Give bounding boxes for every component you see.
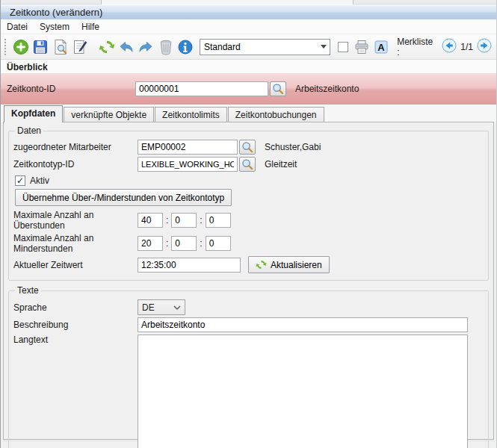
mitarbeiter-lookup-button[interactable]	[239, 140, 256, 155]
profile-combo	[200, 39, 330, 55]
sprache-select[interactable]: DE	[138, 299, 185, 315]
ueberstunden-seconds-input[interactable]	[206, 213, 231, 228]
aktualisieren-button-label: Aktualisieren	[271, 260, 322, 270]
zeitkonto-id-lookup-button[interactable]	[270, 81, 286, 96]
langtext-row: Langtext	[13, 335, 484, 448]
mitarbeiter-description: Schuster,Gabi	[265, 142, 321, 152]
tab-zeitkontobuchungen[interactable]: Zeitkontobuchungen	[228, 107, 324, 122]
texte-group: Texte Sprache DE Beschreibung Langtext	[8, 285, 489, 448]
menu-bar: Datei System Hilfe	[1, 19, 496, 34]
menu-item-hilfe[interactable]: Hilfe	[75, 20, 105, 34]
langtext-label: Langtext	[13, 335, 138, 345]
notepad-edit-icon	[72, 39, 88, 55]
ueberstunden-label: Maximale Anzahl an Überstunden	[13, 210, 138, 231]
print-button[interactable]	[352, 37, 371, 57]
time-separator: :	[166, 215, 168, 225]
zeitkontotyp-input[interactable]	[138, 157, 238, 172]
time-separator: :	[200, 238, 202, 249]
undo-button[interactable]	[117, 37, 136, 57]
time-separator: :	[166, 238, 168, 249]
aktiv-row: ✓ Aktiv	[15, 175, 484, 186]
zeitkontotyp-row: Zeitkontotyp-ID Gleitzeit	[13, 157, 484, 172]
aktiv-label: Aktiv	[30, 175, 49, 186]
app-window: Zeitkonto (verändern) Datei System Hilfe	[0, 0, 497, 448]
overview-section-title: Überblick	[1, 60, 496, 73]
tab-kopfdaten[interactable]: Kopfdaten	[4, 105, 63, 122]
print-option-checkbox[interactable]	[338, 42, 348, 52]
time-separator: :	[200, 215, 202, 225]
merkliste-prev-button[interactable]	[442, 38, 457, 55]
minderstunden-hours-input[interactable]	[138, 236, 163, 251]
svg-text:A: A	[377, 41, 385, 52]
profile-combo-input[interactable]	[200, 40, 318, 55]
uebernehme-row: Übernehme Über-/Minderstunden von Zeitko…	[15, 189, 484, 206]
undo-arrow-icon	[118, 39, 135, 55]
refresh-arrows-icon	[256, 259, 267, 270]
texte-group-title: Texte	[15, 285, 41, 296]
zeitwert-row: Aktueller Zeitwert Aktualisieren	[13, 256, 484, 273]
profile-combo-dropdown-button[interactable]	[318, 40, 330, 55]
save-button[interactable]	[31, 37, 50, 57]
info-button[interactable]	[176, 37, 195, 57]
minderstunden-label: Maximale Anzahl an Minderstunden	[13, 233, 138, 254]
tab-verknuepfte-objekte[interactable]: verknüpfte Objekte	[64, 107, 154, 122]
magnifier-icon	[241, 140, 254, 154]
minderstunden-row: Maximale Anzahl an Minderstunden : :	[13, 233, 484, 254]
delete-button[interactable]	[155, 37, 175, 57]
title-bar: Zeitkonto (verändern)	[1, 4, 496, 19]
arrow-left-circle-icon	[442, 38, 457, 53]
font-button[interactable]: A	[371, 37, 391, 57]
uebernehme-button[interactable]: Übernehme Über-/Minderstunden von Zeitko…	[15, 189, 232, 206]
ueberstunden-hours-input[interactable]	[138, 213, 163, 228]
daten-group-title: Daten	[15, 125, 43, 136]
trash-icon	[158, 39, 174, 55]
ueberstunden-row: Maximale Anzahl an Überstunden : :	[13, 210, 484, 231]
parent-tab-strip	[1, 0, 496, 4]
zeitkonto-description: Arbeitszeitkonto	[295, 84, 359, 94]
minderstunden-minutes-input[interactable]	[171, 236, 197, 251]
refresh-button[interactable]	[97, 37, 117, 57]
tab-zeitkontolimits[interactable]: Zeitkontolimits	[155, 107, 227, 122]
tab-bar: Kopfdaten verknüpfte Objekte Zeitkontoli…	[1, 105, 496, 122]
sprache-row: Sprache DE	[13, 299, 484, 315]
add-button[interactable]	[11, 37, 31, 57]
ueberstunden-minutes-input[interactable]	[171, 213, 197, 228]
zeitkontotyp-label: Zeitkontotyp-ID	[13, 159, 138, 169]
toolbar-gripper[interactable]	[4, 38, 7, 56]
zeitkontotyp-description: Gleitzeit	[265, 159, 297, 169]
edit-button[interactable]	[70, 37, 90, 57]
minderstunden-seconds-input[interactable]	[206, 236, 231, 251]
floppy-save-icon	[32, 39, 49, 55]
aktualisieren-button[interactable]: Aktualisieren	[248, 256, 330, 273]
beschreibung-input[interactable]	[138, 317, 468, 332]
beschreibung-row: Beschreibung	[13, 317, 484, 332]
font-a-icon: A	[373, 39, 389, 55]
merkliste-label: Merkliste :	[397, 37, 436, 57]
menu-item-system[interactable]: System	[34, 20, 75, 34]
page-magnifier-icon	[52, 39, 69, 55]
printer-icon	[354, 39, 370, 55]
chevron-down-icon	[321, 45, 327, 49]
window-title: Zeitkonto (verändern)	[10, 7, 102, 18]
refresh-arrows-icon	[99, 39, 115, 55]
overview-band: Zeitkonto-ID Arbeitszeitkonto	[1, 73, 496, 105]
mitarbeiter-row: zugeordneter Mitarbeiter Schuster,Gabi	[13, 140, 484, 155]
arrow-right-circle-icon	[477, 38, 492, 53]
aktiv-checkbox[interactable]: ✓	[15, 175, 25, 186]
info-circle-icon	[177, 39, 194, 55]
zeitwert-input[interactable]	[138, 258, 241, 273]
langtext-textarea[interactable]	[138, 335, 468, 448]
zeitkonto-id-label: Zeitkonto-ID	[7, 84, 135, 94]
mitarbeiter-input[interactable]	[138, 140, 238, 155]
plus-circle-icon	[13, 39, 29, 55]
merkliste-next-button[interactable]	[477, 38, 492, 55]
chevron-down-icon	[173, 305, 181, 310]
zeitkonto-id-input[interactable]	[135, 81, 268, 96]
preview-button[interactable]	[50, 37, 70, 57]
redo-button[interactable]	[136, 37, 155, 57]
zeitkontotyp-lookup-button[interactable]	[239, 157, 256, 172]
merkliste-position: 1/1	[460, 42, 473, 52]
sprache-label: Sprache	[13, 302, 138, 313]
menu-item-datei[interactable]: Datei	[1, 20, 34, 34]
parent-tab-edge	[101, 0, 354, 4]
